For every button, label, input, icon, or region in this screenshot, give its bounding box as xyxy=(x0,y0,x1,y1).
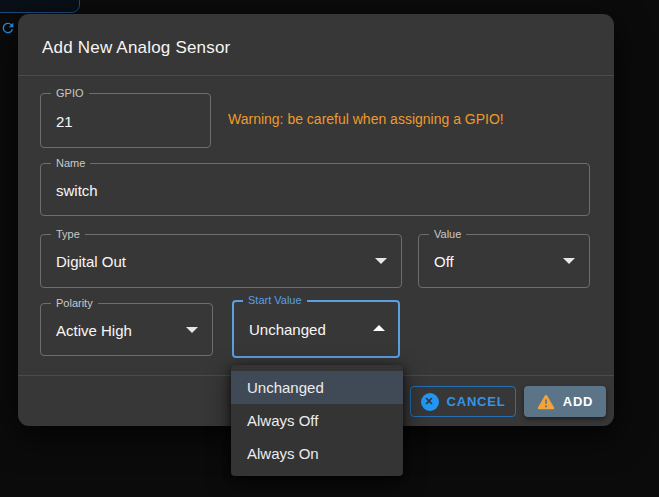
value-select[interactable]: Value Off xyxy=(418,234,590,288)
gpio-warning-text: Warning: be careful when assigning a GPI… xyxy=(228,111,504,127)
caret-up-icon xyxy=(373,325,385,331)
warning-triangle-icon xyxy=(537,394,555,410)
dialog-title: Add New Analog Sensor xyxy=(42,38,231,58)
cancel-button[interactable]: ✕ CANCEL xyxy=(410,386,516,417)
caret-down-icon xyxy=(186,327,198,333)
add-button-label: ADD xyxy=(563,394,594,409)
polarity-select-label: Polarity xyxy=(51,297,98,310)
type-select-label: Type xyxy=(51,228,85,241)
type-select[interactable]: Type Digital Out xyxy=(40,234,402,288)
caret-down-icon xyxy=(375,258,387,264)
gpio-field-value: 21 xyxy=(56,112,73,129)
gpio-field[interactable]: GPIO 21 xyxy=(40,93,211,148)
header-divider xyxy=(18,75,614,76)
name-field-value: switch xyxy=(56,181,98,198)
name-field-label: Name xyxy=(51,157,90,170)
type-select-value: Digital Out xyxy=(56,253,126,270)
value-select-label: Value xyxy=(429,228,466,241)
cancel-button-label: CANCEL xyxy=(447,394,506,409)
menu-item-always-off[interactable]: Always Off xyxy=(231,404,403,437)
menu-item-always-on[interactable]: Always On xyxy=(231,437,403,470)
start-value-select-value: Unchanged xyxy=(249,321,326,338)
polarity-select-value: Active High xyxy=(56,321,132,338)
circle-x-icon: ✕ xyxy=(421,393,439,411)
name-field[interactable]: Name switch xyxy=(40,163,590,216)
add-button[interactable]: ADD xyxy=(524,386,606,417)
gpio-field-label: GPIO xyxy=(51,87,89,100)
background-partial-tab xyxy=(0,0,80,13)
caret-down-icon xyxy=(563,258,575,264)
value-select-value: Off xyxy=(434,253,454,270)
menu-item-unchanged[interactable]: Unchanged xyxy=(231,371,403,404)
start-value-select[interactable]: Start Value Unchanged xyxy=(232,300,400,358)
polarity-select[interactable]: Polarity Active High xyxy=(40,303,213,356)
refresh-icon[interactable] xyxy=(0,20,16,36)
start-value-dropdown-menu: Unchanged Always Off Always On xyxy=(231,365,403,476)
start-value-select-label: Start Value xyxy=(243,294,307,307)
